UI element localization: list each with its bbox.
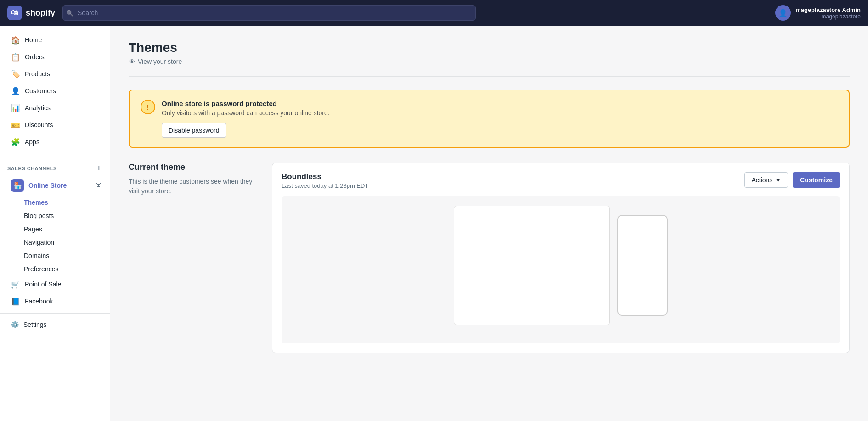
avatar: 👤 [775, 5, 791, 21]
online-store-label: Online Store [28, 182, 67, 189]
sidebar-sub-item-navigation[interactable]: Navigation [4, 236, 106, 249]
user-store: mageplazastore [795, 13, 861, 20]
sidebar-item-discounts[interactable]: 🎫 Discounts [4, 117, 106, 133]
online-store-icon: 🏪 [11, 179, 24, 192]
sub-item-label: Domains [24, 252, 49, 259]
banner-warning-icon: ! [141, 100, 155, 114]
password-banner: ! Online store is password protected Onl… [129, 90, 850, 148]
banner-description: Only visitors with a password can access… [162, 109, 330, 117]
actions-button[interactable]: Actions ▼ [744, 172, 788, 188]
online-store-left: 🏪 Online Store [11, 179, 67, 192]
sidebar-sub-item-pages[interactable]: Pages [4, 223, 106, 236]
sidebar-item-home[interactable]: 🏠 Home [4, 32, 106, 48]
sub-item-label: Blog posts [24, 212, 54, 219]
view-store-label: View your store [138, 58, 182, 65]
facebook-icon: 📘 [11, 297, 20, 306]
chevron-down-icon: ▼ [775, 176, 781, 184]
sidebar-sub-item-preferences[interactable]: Preferences [4, 263, 106, 275]
search-input[interactable] [62, 5, 476, 21]
current-theme-title: Current theme [129, 163, 257, 172]
sidebar-item-label: Discounts [25, 121, 53, 129]
settings-icon: ⚙️ [11, 321, 19, 328]
sub-item-label: Navigation [24, 239, 54, 246]
current-theme-section: Current theme This is the theme customer… [129, 163, 850, 353]
eye-link-icon: 👁 [129, 58, 135, 65]
theme-actions: Actions ▼ Customize [744, 172, 840, 188]
shopify-bag-icon: 🛍 [7, 6, 22, 20]
orders-icon: 📋 [11, 52, 20, 62]
point-of-sale-icon: 🛒 [11, 280, 20, 289]
sidebar-item-label: Facebook [25, 298, 53, 305]
sidebar-sub-item-domains[interactable]: Domains [4, 249, 106, 262]
sidebar-sub-item-themes[interactable]: Themes [4, 196, 106, 209]
mobile-mockup [617, 215, 668, 316]
user-name: mageplazastore Admin [795, 6, 861, 13]
theme-card: Boundless Last saved today at 1:23pm EDT… [272, 163, 850, 353]
sidebar-item-label: Customers [25, 87, 56, 95]
theme-card-header: Boundless Last saved today at 1:23pm EDT… [282, 172, 840, 189]
main-layout: 🏠 Home 📋 Orders 🏷️ Products 👤 Customers … [0, 26, 868, 421]
discounts-icon: 🎫 [11, 120, 20, 129]
sub-item-label: Pages [24, 225, 42, 233]
sub-item-label: Themes [24, 199, 48, 206]
sidebar-item-online-store[interactable]: 🏪 Online Store 👁 [4, 175, 106, 196]
sidebar-item-label: Orders [25, 53, 45, 61]
sidebar-item-customers[interactable]: 👤 Customers [4, 83, 106, 99]
main-content: Themes 👁 View your store ! Online store … [110, 26, 868, 421]
eye-icon[interactable]: 👁 [95, 181, 102, 190]
sidebar-divider [0, 154, 110, 154]
exclamation-icon: ! [147, 103, 149, 111]
sidebar-item-facebook[interactable]: 📘 Facebook [4, 293, 106, 309]
settings-label: Settings [23, 321, 47, 328]
sales-channels-title: SALES CHANNELS ＋ [0, 158, 110, 175]
add-sales-channel-icon[interactable]: ＋ [95, 163, 103, 173]
user-info: mageplazastore Admin mageplazastore [795, 6, 861, 20]
top-navigation: 🛍 shopify 👤 mageplazastore Admin magepla… [0, 0, 868, 26]
banner-title: Online store is password protected [162, 100, 330, 107]
theme-info: Boundless Last saved today at 1:23pm EDT [282, 172, 368, 189]
sidebar-item-orders[interactable]: 📋 Orders [4, 49, 106, 65]
sidebar-item-products[interactable]: 🏷️ Products [4, 66, 106, 82]
analytics-icon: 📊 [11, 103, 20, 112]
current-theme-description: This is the theme customers see when the… [129, 177, 257, 196]
products-icon: 🏷️ [11, 69, 20, 79]
theme-saved: Last saved today at 1:23pm EDT [282, 182, 368, 189]
banner-content: Online store is password protected Only … [162, 100, 330, 138]
home-icon: 🏠 [11, 35, 20, 45]
customize-button[interactable]: Customize [793, 172, 840, 188]
sidebar: 🏠 Home 📋 Orders 🏷️ Products 👤 Customers … [0, 26, 110, 421]
user-menu[interactable]: 👤 mageplazastore Admin mageplazastore [775, 5, 861, 21]
customers-icon: 👤 [11, 86, 20, 95]
sidebar-item-label: Apps [25, 138, 39, 146]
desktop-mockup [454, 206, 610, 325]
sidebar-item-label: Products [25, 70, 50, 78]
sidebar-item-label: Point of Sale [25, 281, 61, 288]
sidebar-item-point-of-sale[interactable]: 🛒 Point of Sale [4, 276, 106, 292]
apps-icon: 🧩 [11, 137, 20, 146]
disable-password-button[interactable]: Disable password [162, 123, 226, 138]
title-divider [129, 76, 850, 77]
theme-name: Boundless [282, 172, 368, 181]
sidebar-item-apps[interactable]: 🧩 Apps [4, 134, 106, 150]
actions-label: Actions [751, 176, 772, 184]
sub-item-label: Preferences [24, 265, 58, 273]
page-title: Themes [129, 40, 850, 55]
sidebar-item-analytics[interactable]: 📊 Analytics [4, 100, 106, 116]
sidebar-sub-item-blog-posts[interactable]: Blog posts [4, 209, 106, 222]
shopify-logo: 🛍 shopify [7, 6, 55, 20]
sidebar-item-label: Home [25, 36, 42, 44]
sidebar-item-settings[interactable]: ⚙️ Settings [4, 317, 106, 332]
current-theme-info: Current theme This is the theme customer… [129, 163, 257, 353]
search-bar[interactable] [62, 5, 476, 21]
sidebar-item-label: Analytics [25, 104, 51, 112]
theme-preview [282, 196, 840, 343]
shopify-logo-text: shopify [26, 8, 55, 18]
sidebar-divider-bottom [0, 313, 110, 314]
view-store-link[interactable]: 👁 View your store [129, 58, 850, 65]
